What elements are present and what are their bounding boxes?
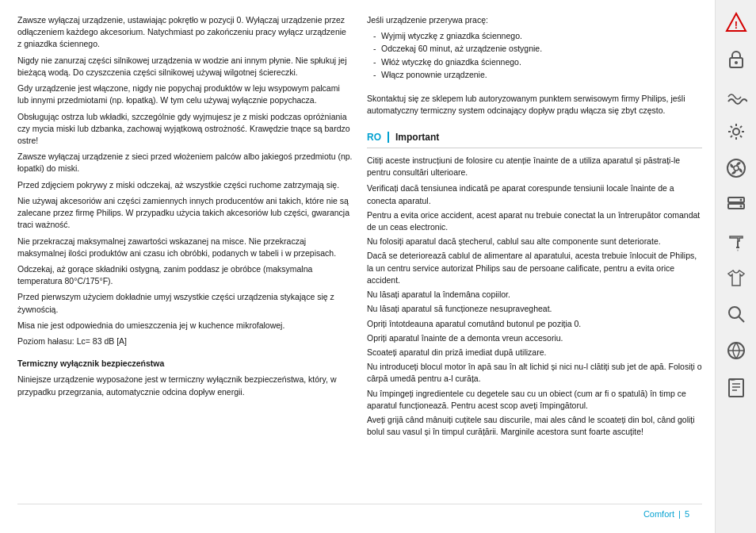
right-column: Jeśli urządzenie przerywa pracę: Wyjmij … xyxy=(367,14,702,500)
left-para: Obsługując ostrza lub wkładki, szczególn… xyxy=(17,111,353,148)
bullet-item: Włóż wtyczkę do gniazdka ściennego. xyxy=(373,56,702,68)
instruction-item: Verificați dacă tensiunea indicată pe ap… xyxy=(367,182,702,206)
bullet-item: Włącz ponownie urządzenie. xyxy=(373,69,702,81)
left-para: Nie używaj akcesoriów ani części zamienn… xyxy=(17,195,353,232)
contact-text: Skontaktuj się ze sklepem lub autoryzowa… xyxy=(367,93,702,117)
ro-title: Important xyxy=(395,131,439,144)
left-para: Nie przekraczaj maksymalnej zawartości w… xyxy=(17,236,353,259)
ro-label: RO xyxy=(367,131,381,144)
left-para: Poziom hałasu: Lc= 83 dB [A] xyxy=(17,336,353,347)
left-para: Zawsze wyłączaj urządzenie, ustawiając p… xyxy=(17,14,353,51)
garment-icon[interactable] xyxy=(719,260,754,295)
left-paragraphs: Zawsze wyłączaj urządzenie, ustawiając p… xyxy=(17,14,353,351)
spray-icon[interactable] xyxy=(719,78,754,113)
instructions-list: Verificați dacă tensiunea indicată pe ap… xyxy=(367,182,702,440)
svg-point-4 xyxy=(733,128,739,135)
contact-block: Skontaktuj się ze sklepem lub autoryzowa… xyxy=(367,93,702,121)
svg-point-9 xyxy=(739,199,742,201)
ro-intro-text: Citiți aceste instrucțiuni de folosire c… xyxy=(367,155,702,178)
interruption-list: Wyjmij wtyczkę z gniazdka ściennego.Odcz… xyxy=(367,30,702,81)
instruction-item: Dacă se deteriorează cablul de alimentar… xyxy=(367,250,702,286)
instruction-item: Opriți întotdeauna aparatul comutând but… xyxy=(367,318,702,330)
fan-icon[interactable] xyxy=(719,151,754,186)
svg-point-3 xyxy=(735,61,738,64)
interruption-block: Jeśli urządzenie przerywa pracę: Wyjmij … xyxy=(367,14,702,85)
left-para: Misa nie jest odpowiednia do umieszczeni… xyxy=(17,320,353,332)
instruction-item: Pentru a evita orice accident, acest apa… xyxy=(367,209,702,233)
interruption-heading: Jeśli urządzenie przerywa pracę: xyxy=(367,14,702,26)
left-para: Gdy urządzenie jest włączone, nigdy nie … xyxy=(17,82,353,106)
left-para: Zawsze wyłączaj urządzenie z sieci przed… xyxy=(17,151,353,174)
faucet-icon[interactable] xyxy=(719,224,754,259)
ro-separator xyxy=(388,132,389,143)
left-para: Przed pierwszym użyciem dokładnie umyj w… xyxy=(17,291,353,315)
bullet-item: Odczekaj 60 minut, aż urządzenie ostygni… xyxy=(373,43,702,55)
storage-icon[interactable] xyxy=(719,187,754,222)
warning-icon[interactable]: ! xyxy=(719,5,754,40)
instruction-item: Nu împingeți ingredientele cu degetele s… xyxy=(367,388,702,412)
globe-icon[interactable] xyxy=(719,333,754,368)
instruction-item: Aveți grijă când mânuiți cuțitele sau di… xyxy=(367,414,702,438)
svg-text:!: ! xyxy=(734,19,737,31)
section-text: Niniejsze urządzenie wyposażone jest w t… xyxy=(17,374,353,397)
svg-rect-14 xyxy=(729,379,743,397)
right-block: Jeśli urządzenie przerywa pracę: Wyjmij … xyxy=(367,14,702,441)
section-heading: Termiczny wyłącznik bezpieczeństwa xyxy=(17,358,353,370)
sidebar: ! xyxy=(715,0,756,533)
search-icon[interactable] xyxy=(719,297,754,332)
left-para: Nigdy nie zanurzaj części silnikowej urz… xyxy=(17,55,353,79)
lock-icon[interactable] xyxy=(719,41,754,76)
footer-page: 5 xyxy=(685,509,689,519)
instruction-item: Nu introduceți blocul motor în apă sau î… xyxy=(367,361,702,385)
left-para: Przed zdjęciem pokrywy z miski odczekaj,… xyxy=(17,179,353,191)
left-column: Zawsze wyłączaj urządzenie, ustawiając p… xyxy=(17,14,353,500)
left-block: Zawsze wyłączaj urządzenie, ustawiając p… xyxy=(17,14,353,402)
svg-point-11 xyxy=(729,307,740,318)
svg-point-10 xyxy=(739,205,742,208)
instruction-item: Scoateți aparatul din priză imediat după… xyxy=(367,347,702,359)
bullet-item: Wyjmij wtyczkę z gniazdka ściennego. xyxy=(373,30,702,42)
footer-bar: Comfort | 5 xyxy=(17,504,702,522)
gear-icon[interactable] xyxy=(719,114,754,149)
svg-point-6 xyxy=(734,166,739,171)
svg-point-5 xyxy=(727,159,745,177)
book-icon[interactable] xyxy=(719,370,754,405)
ro-heading: RO Important xyxy=(367,131,702,148)
instruction-item: Opriți aparatul înainte de a demonta vre… xyxy=(367,332,702,344)
instruction-item: Nu folosiți aparatul dacă ștecherul, cab… xyxy=(367,236,702,247)
footer-separator: | xyxy=(678,509,681,519)
instruction-item: Nu lăsați aparatul să funcționeze nesupr… xyxy=(367,303,702,315)
footer-brand: Comfort xyxy=(643,509,674,519)
left-para: Odczekaj, aż gorące składniki ostygną, z… xyxy=(17,263,353,287)
instruction-item: Nu lăsați aparatul la îndemâna copiilor. xyxy=(367,289,702,301)
svg-line-12 xyxy=(739,317,744,323)
